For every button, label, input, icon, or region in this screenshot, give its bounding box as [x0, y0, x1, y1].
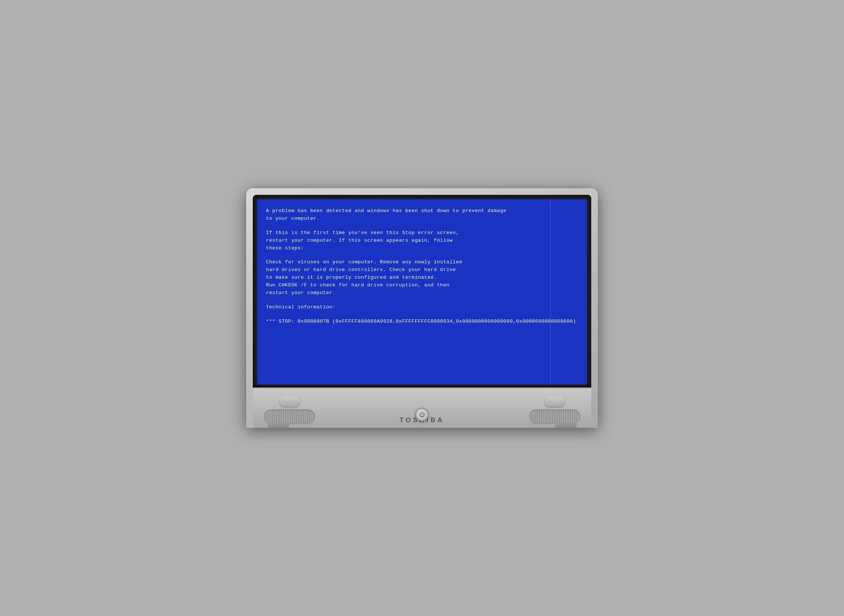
bottom-controls: TOSHIBA — [264, 388, 580, 428]
speaker-left — [264, 409, 315, 424]
bsod-line-5: *** STOP: 0x0000007B (0xFFFFF880009A9928… — [266, 318, 578, 326]
side-button-left[interactable] — [279, 396, 299, 406]
laptop-outer: A problem has been detected and windows … — [246, 188, 598, 428]
bsod-line-4: Technical information: — [266, 304, 578, 311]
bsod-line-2: If this is the first time you've seen th… — [266, 229, 578, 252]
power-button[interactable] — [415, 408, 429, 421]
bsod-line-3: Check for viruses on your computer. Remo… — [266, 258, 578, 297]
laptop-bottom: TOSHIBA — [253, 387, 591, 428]
side-button-right[interactable] — [545, 396, 565, 406]
speaker-right — [529, 409, 580, 424]
bsod-line-1: A problem has been detected and windows … — [266, 207, 578, 223]
screen-bezel: A problem has been detected and windows … — [253, 195, 591, 387]
screen: A problem has been detected and windows … — [257, 199, 587, 384]
bsod-content: A problem has been detected and windows … — [257, 199, 587, 339]
